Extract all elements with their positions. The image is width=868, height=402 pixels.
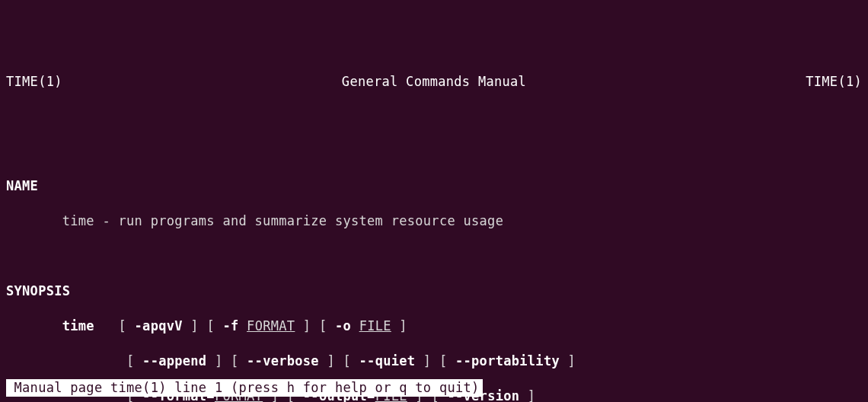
header-right: TIME(1) (806, 73, 862, 91)
section-name-head: NAME (6, 177, 862, 195)
header-center: General Commands Manual (342, 73, 526, 91)
man-page-content[interactable]: NAME time - run programs and summarize s… (0, 126, 868, 402)
man-page-header: TIME(1) General Commands Manual TIME(1) (0, 70, 868, 91)
synopsis-line-2: [ --append ] [ --verbose ] [ --quiet ] [… (6, 353, 862, 370)
section-name-body: time - run programs and summarize system… (6, 212, 862, 230)
section-synopsis-head: SYNOPSIS (6, 282, 862, 300)
synopsis-line-1: time [ -apqvV ] [ -f FORMAT ] [ -o FILE … (6, 317, 862, 335)
pager-status-bar[interactable]: Manual page time(1) line 1 (press h for … (6, 379, 483, 397)
header-left: TIME(1) (6, 73, 62, 91)
